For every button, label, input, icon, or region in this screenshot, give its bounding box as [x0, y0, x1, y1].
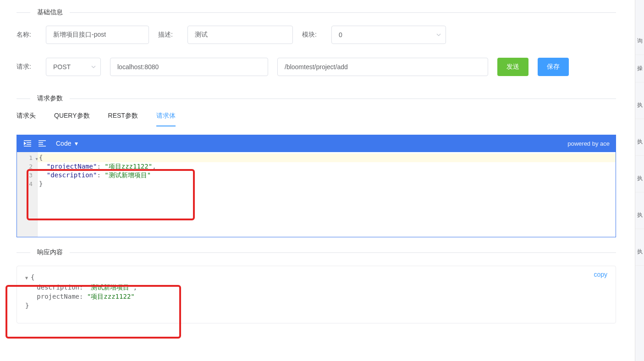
module-label: 模块: [302, 31, 322, 39]
tab-rest[interactable]: REST参数 [108, 112, 138, 126]
name-input[interactable] [46, 26, 149, 44]
side-item[interactable]: 操 [635, 55, 644, 82]
section-title-params: 请求参数 [30, 94, 70, 103]
editor-toolbar: Code ▾ powered by ace [17, 135, 616, 152]
name-label: 名称: [17, 31, 37, 39]
side-item[interactable]: 执 [635, 202, 644, 229]
module-select-value[interactable] [331, 26, 446, 44]
section-title-basic: 基础信息 [30, 8, 70, 16]
response-line-open: ▼{ [25, 273, 607, 283]
path-input[interactable] [277, 58, 488, 76]
powered-by-ace: powered by ace [567, 140, 610, 147]
side-item[interactable]: 执 [635, 238, 644, 266]
indent-left-icon[interactable] [38, 139, 47, 148]
side-item[interactable]: 执 [635, 165, 644, 192]
side-item[interactable]: 询 [635, 27, 644, 55]
response-area: copy ▼{ description: "测试新增项目", projectNa… [17, 266, 616, 323]
editor-gutter: 1▼ 2 3 4 [17, 152, 38, 237]
send-button[interactable]: 发送 [497, 58, 528, 76]
desc-input[interactable] [187, 26, 293, 44]
response-line-1: description: "测试新增项目", [25, 283, 607, 292]
tab-query[interactable]: QUERY参数 [54, 112, 90, 126]
request-label: 请求: [17, 63, 37, 71]
side-item[interactable]: 执 [635, 92, 644, 119]
desc-label: 描述: [158, 31, 178, 39]
side-item[interactable]: 执 [635, 128, 644, 156]
code-line-3: "description": "测试新增项目" [38, 171, 616, 180]
save-button[interactable]: 保存 [538, 58, 569, 76]
response-line-2: projectName: "项目zzz1122" [25, 292, 607, 301]
module-select[interactable] [331, 26, 446, 44]
fold-arrow-icon[interactable]: ▼ [25, 273, 31, 283]
method-value[interactable] [46, 58, 101, 76]
section-basic-info: 基础信息 [17, 8, 616, 16]
section-title-response: 响应内容 [30, 248, 70, 257]
editor-body[interactable]: 1▼ 2 3 4 { "projectName": "项目zzz1122", "… [17, 152, 616, 237]
host-input[interactable] [110, 58, 268, 76]
code-type-selector[interactable]: Code ▾ [56, 140, 78, 147]
method-select[interactable] [46, 58, 101, 76]
section-response: 响应内容 [17, 248, 616, 257]
response-line-close: } [25, 301, 607, 310]
section-request-params: 请求参数 [17, 94, 616, 103]
code-line-2: "projectName": "项目zzz1122", [38, 162, 616, 171]
indent-right-icon[interactable] [23, 139, 32, 148]
code-line-4: } [38, 180, 616, 188]
right-side-panel: 询 操 执 执 执 执 执 [635, 0, 644, 333]
code-line-1: { [38, 153, 616, 162]
editor-code[interactable]: { "projectName": "项目zzz1122", "descripti… [38, 152, 616, 237]
copy-link[interactable]: copy [594, 271, 607, 278]
tab-body[interactable]: 请求体 [156, 112, 176, 126]
tab-headers[interactable]: 请求头 [17, 112, 36, 126]
